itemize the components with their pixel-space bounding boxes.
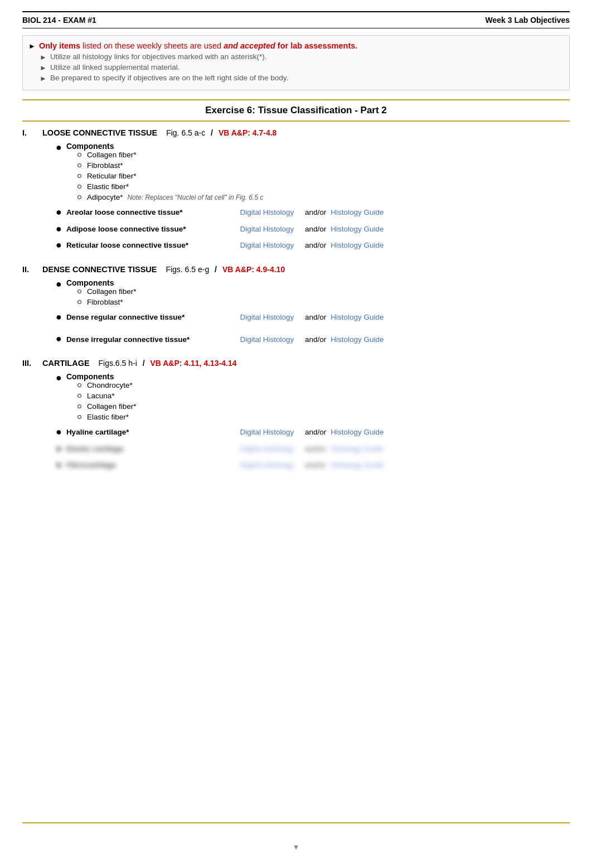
tissue-row-hyaline: ● Hyaline cartilage* Digital Histology a…	[56, 426, 570, 438]
tissue-row-areolar: ● Areolar loose connective tissue* Digit…	[56, 206, 570, 219]
section-III: III. CARTILAGE Figs.6.5 h-i / VB A&P: 4.…	[22, 359, 570, 471]
tissue-row-reticular-loose: ● Reticular loose connective tissue* Dig…	[56, 239, 570, 252]
notice-sub-arrow-3: ►	[40, 74, 47, 83]
section-I-header: I. LOOSE CONNECTIVE TISSUE Fig. 6.5 a-c …	[22, 128, 570, 137]
section-II-fig-ref: Figs. 6.5 e-g / VB A&P: 4.9-4.10	[163, 265, 285, 274]
section-II: II. DENSE CONNECTIVE TISSUE Figs. 6.5 e-…	[22, 265, 570, 345]
circle-bullet-icon	[77, 185, 81, 189]
dense-components-bullet: ● Components Collagen fiber* Fibroblast*	[56, 278, 570, 308]
tissue-label-elastic: Elastic cartilage	[66, 445, 234, 453]
notice-arrow-icon: ►	[28, 42, 36, 50]
digital-histology-link-reticular-loose[interactable]: Digital Histology	[234, 241, 300, 249]
bullet-dot-icon: ●	[56, 278, 62, 291]
page: BIOL 214 - EXAM #1 Week 3 Lab Objectives…	[0, 0, 592, 868]
cartilage-components-bullet: ● Components Chondrocyte* Lacuna*	[56, 372, 570, 423]
bullet-dot-icon: ●	[56, 372, 62, 384]
tissue-label-dense-regular: Dense regular connective tissue*	[66, 313, 234, 321]
section-III-vb-ref: VB A&P: 4.11, 4.13-4.14	[150, 359, 236, 368]
exercise-title-box: Exercise 6: Tissue Classification - Part…	[22, 99, 570, 122]
histology-guide-link-hyaline[interactable]: Histology Guide	[331, 428, 384, 436]
notice-sub-1: ► Utilize all histology links for object…	[40, 52, 560, 61]
cartilage-component-1: Lacuna*	[77, 392, 137, 400]
section-III-label: CARTILAGE Figs.6.5 h-i / VB A&P: 4.11, 4…	[42, 359, 237, 368]
section-II-num: II.	[22, 265, 38, 274]
tissue-label-adipose: Adipose loose connective tissue*	[66, 225, 234, 233]
course-label: BIOL 214 - EXAM #1	[22, 16, 96, 25]
bullet-dot-icon: ●	[56, 311, 62, 324]
digital-histology-link-dense-irregular[interactable]: Digital Histology	[234, 335, 300, 344]
tissue-row-fibro: ● Fibrocartilage Digital Histology and/o…	[56, 459, 570, 471]
digital-histology-link-fibro[interactable]: Digital Histology	[234, 461, 300, 469]
histology-guide-link-dense-irregular[interactable]: Histology Guide	[331, 335, 384, 344]
and-or-fibro: and/or	[305, 461, 326, 469]
and-or-dense-irregular: and/or	[305, 335, 326, 344]
cartilage-components-content: Components Chondrocyte* Lacuna* Colla	[66, 372, 137, 423]
digital-histology-link-areolar[interactable]: Digital Histology	[234, 208, 300, 216]
histology-guide-link-elastic[interactable]: Histology Guide	[331, 445, 384, 453]
digital-histology-link-hyaline[interactable]: Digital Histology	[234, 428, 300, 436]
page-number: ▼	[293, 843, 300, 851]
tissue-label-areolar: Areolar loose connective tissue*	[66, 208, 234, 216]
tissue-label-fibro: Fibrocartilage	[66, 461, 234, 469]
tissue-label-reticular-loose: Reticular loose connective tissue*	[66, 241, 234, 249]
and-or-elastic: and/or	[305, 445, 326, 453]
histology-guide-link-reticular-loose[interactable]: Histology Guide	[331, 241, 384, 249]
circle-bullet-icon	[77, 394, 81, 398]
component-item-0: Collagen fiber*	[77, 151, 264, 159]
circle-bullet-icon	[77, 290, 81, 293]
and-or-areolar: and/or	[305, 208, 326, 216]
components-bullet: ● Components Collagen fiber* Fibroblast*	[56, 142, 570, 204]
exercise-title: Exercise 6: Tissue Classification - Part…	[22, 105, 570, 116]
circle-bullet-icon	[77, 415, 81, 419]
and-or-adipose: and/or	[305, 225, 326, 233]
tissue-row-dense-regular: ● Dense regular connective tissue* Digit…	[56, 311, 570, 324]
page-header: BIOL 214 - EXAM #1 Week 3 Lab Objectives	[22, 11, 570, 28]
histology-guide-link-adipose[interactable]: Histology Guide	[331, 225, 384, 233]
digital-histology-link-adipose[interactable]: Digital Histology	[234, 225, 300, 233]
histology-guide-link-fibro[interactable]: Histology Guide	[331, 461, 384, 469]
week-label: Week 3 Lab Objectives	[486, 16, 570, 25]
digital-histology-link-elastic[interactable]: Digital Histology	[234, 445, 300, 453]
components-content: Components Collagen fiber* Fibroblast*	[66, 142, 264, 204]
tissue-row-adipose: ● Adipose loose connective tissue* Digit…	[56, 223, 570, 235]
circle-bullet-icon	[77, 383, 81, 387]
histology-guide-link-areolar[interactable]: Histology Guide	[331, 208, 384, 216]
circle-bullet-icon	[77, 195, 81, 199]
section-II-label: DENSE CONNECTIVE TISSUE Figs. 6.5 e-g / …	[42, 265, 285, 274]
section-III-subsection: ● Components Chondrocyte* Lacuna*	[56, 372, 570, 471]
dense-component-1: Fibroblast*	[77, 298, 137, 306]
component-note: Note: Replaces "Nuclei of fat cell" in F…	[127, 194, 263, 201]
bullet-dot-icon: ●	[56, 239, 62, 252]
circle-bullet-icon	[77, 404, 81, 408]
and-or-hyaline: and/or	[305, 428, 326, 436]
component-item-3: Elastic fiber*	[77, 182, 264, 191]
bullet-dot-icon: ●	[56, 426, 62, 438]
section-III-components-list: Chondrocyte* Lacuna* Collagen fiber*	[77, 381, 137, 421]
circle-bullet-icon	[77, 153, 81, 157]
histology-guide-link-dense-regular[interactable]: Histology Guide	[331, 313, 384, 321]
bottom-border	[22, 822, 570, 823]
tissue-label-hyaline: Hyaline cartilage*	[66, 428, 234, 436]
and-or-reticular-loose: and/or	[305, 241, 326, 249]
tissue-label-dense-irregular: Dense irregular connective tissue*	[66, 335, 234, 344]
bullet-dot-icon: ●	[56, 333, 62, 345]
bullet-dot-icon: ●	[56, 443, 62, 455]
bullet-dot-icon: ●	[56, 459, 62, 471]
cartilage-component-0: Chondrocyte*	[77, 381, 137, 389]
notice-main-text: Only items listed on these weekly sheets…	[39, 41, 357, 50]
section-II-vb-ref: VB A&P: 4.9-4.10	[222, 265, 285, 274]
component-item-special: Adipocyte* Note: Replaces "Nuclei of fat…	[77, 193, 264, 201]
section-III-num: III.	[22, 359, 38, 368]
section-III-fig-ref: Figs.6.5 h-i / VB A&P: 4.11, 4.13-4.14	[96, 359, 237, 368]
bullet-dot-icon: ●	[56, 223, 62, 235]
section-I-components-list: Collagen fiber* Fibroblast* Reticular fi…	[77, 151, 264, 201]
notice-box: ► Only items listed on these weekly shee…	[22, 35, 570, 90]
section-I-vb-ref: VB A&P: 4.7-4.8	[219, 128, 277, 137]
section-III-header: III. CARTILAGE Figs.6.5 h-i / VB A&P: 4.…	[22, 359, 570, 368]
cartilage-component-2: Collagen fiber*	[77, 402, 137, 411]
digital-histology-link-dense-regular[interactable]: Digital Histology	[234, 313, 300, 321]
notice-sub-3: ► Be prepared to specify if objectives a…	[40, 74, 560, 83]
circle-bullet-icon	[77, 174, 81, 178]
section-I-label: LOOSE CONNECTIVE TISSUE Fig. 6.5 a-c / V…	[42, 128, 276, 137]
notice-main-row: ► Only items listed on these weekly shee…	[28, 41, 560, 50]
